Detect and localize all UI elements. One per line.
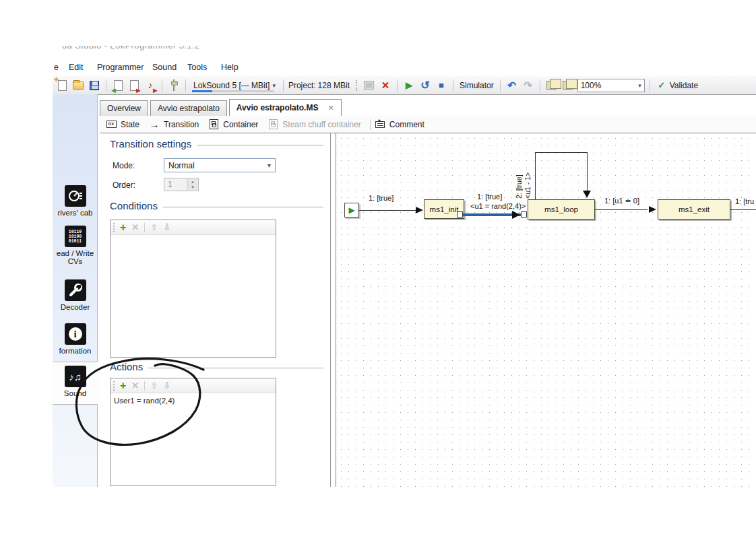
- palette-comment-button[interactable]: Comment: [389, 120, 424, 129]
- actions-list[interactable]: + ✕ ⇧ ⇩ User1 = rand(2,4): [110, 378, 276, 486]
- move-action-up-icon: ⇧: [150, 380, 158, 391]
- window-title: ua Studio - LokProgrammer 5.1.2: [62, 46, 200, 53]
- wrench-icon: [65, 279, 86, 301]
- self-loop-label[interactable]: 2: [true] <u1 - 1>: [515, 147, 532, 199]
- transition-label-3[interactable]: 1: [u1 ≐ 0]: [604, 197, 639, 205]
- transition-label-2b[interactable]: <u1 = rand(2,4)>: [470, 202, 526, 210]
- order-spinner: 1 ▲▼: [164, 178, 199, 191]
- tab-avvio-estrapolato-ms[interactable]: Avvio estrapolato.MS ✕: [229, 99, 342, 116]
- arrowhead-1: [416, 207, 423, 213]
- menu-help[interactable]: Help: [221, 63, 239, 72]
- save-file-icon[interactable]: [88, 79, 101, 92]
- transition-line-3[interactable]: [595, 209, 648, 210]
- transition-label-2a[interactable]: 1: [true]: [477, 193, 502, 201]
- undo-icon[interactable]: ↶: [505, 79, 519, 92]
- write-decoder-icon: [363, 79, 376, 92]
- spinner-buttons: ▲▼: [187, 179, 197, 190]
- info-icon: i: [65, 323, 86, 345]
- sidebar-item-drivers-cab[interactable]: rivers' cab: [53, 185, 98, 217]
- menu-programmer[interactable]: Programmer: [97, 63, 144, 72]
- transition-line-4[interactable]: [730, 209, 756, 210]
- run-icon[interactable]: ▶: [402, 79, 416, 92]
- reset-icon[interactable]: ↺: [418, 79, 432, 92]
- diagram-canvas[interactable]: ▶ 1: [true] ms1_init 1: [true] <u1 = ran…: [336, 133, 756, 487]
- conditions-header: Conditions: [110, 200, 323, 211]
- action-list-item[interactable]: User1 = rand(2,4): [111, 393, 276, 408]
- transition-line-1[interactable]: [359, 210, 417, 211]
- palette-state-button[interactable]: State: [121, 120, 139, 129]
- device-dropdown[interactable]: LokSound 5 [--- MBit] ▾: [189, 79, 280, 92]
- start-play-icon: ▶: [348, 206, 354, 214]
- mode-label: Mode:: [113, 161, 135, 170]
- import-icon[interactable]: ◄: [111, 79, 125, 92]
- transition-arrow-icon: →: [148, 119, 160, 130]
- export-icon[interactable]: ►: [127, 79, 141, 92]
- sidebar-item-decoder[interactable]: Decoder: [53, 279, 98, 311]
- zoom-fit-icon[interactable]: [545, 79, 559, 92]
- actions-header: Actions: [110, 361, 323, 372]
- transition-label-1[interactable]: 1: [true]: [369, 194, 393, 202]
- palette-steam-chuff-button: Steam chuff container: [282, 120, 361, 129]
- close-tab-icon[interactable]: ✕: [327, 104, 334, 112]
- navigation-sidebar: rivers' cab 101101010001011 ead / Write …: [53, 94, 98, 487]
- editor-content: Transition settings Mode: Normal▾ Order:…: [100, 133, 756, 487]
- music-notes-icon: ♪♫: [65, 366, 86, 387]
- sidebar-item-sound[interactable]: ♪♫ Sound: [53, 366, 98, 397]
- programmer-device-icon[interactable]: [167, 79, 181, 92]
- project-label: Project:: [288, 81, 316, 90]
- delete-condition-icon: ✕: [131, 222, 139, 232]
- tab-avvio-estrapolato[interactable]: Avvio estrapolato: [150, 100, 227, 116]
- actions-toolbar: + ✕ ⇧ ⇩: [111, 378, 276, 393]
- connection-progress: [192, 90, 274, 92]
- self-loop-right[interactable]: [587, 152, 588, 191]
- cancel-icon[interactable]: ✕: [379, 79, 392, 92]
- open-file-icon[interactable]: [71, 79, 85, 92]
- palette-container-button[interactable]: Container: [223, 120, 258, 129]
- menu-tools[interactable]: Tools: [187, 63, 207, 72]
- binary-icon: 101101010001011: [65, 226, 86, 247]
- conditions-toolbar: + ✕ ⇧ ⇩: [111, 220, 276, 235]
- sidebar-item-information[interactable]: i formation: [53, 323, 98, 355]
- self-loop-top[interactable]: [535, 152, 587, 153]
- zoom-page-icon[interactable]: [561, 79, 575, 92]
- tab-strip: Overview Avvio estrapolato Avvio estrapo…: [100, 99, 344, 116]
- container-icon: [208, 119, 220, 130]
- palette-toolbar: DX State → Transition Container Steam ch…: [100, 116, 756, 133]
- move-condition-down-icon: ⇩: [163, 222, 170, 232]
- simulator-button[interactable]: Simulator: [460, 81, 494, 90]
- state-icon: DX: [105, 119, 117, 130]
- main-toolbar: ✦ ◄ ► ♪► LokSound 5 [--- MBit] ▾ Project…: [53, 76, 756, 95]
- validate-button[interactable]: Validate: [670, 81, 698, 90]
- zoom-level-combo[interactable]: 100% ▾: [577, 79, 645, 92]
- validate-check-icon: ✓: [655, 79, 668, 92]
- project-size-value: 128 MBit: [318, 81, 350, 90]
- delete-action-icon: ✕: [131, 380, 139, 391]
- transition-settings-header: Transition settings: [110, 138, 323, 149]
- selected-arrowhead: [512, 211, 520, 219]
- export-sound-icon[interactable]: ♪►: [144, 79, 157, 92]
- move-action-down-icon: ⇩: [163, 380, 170, 391]
- transition-handle-start[interactable]: [457, 211, 463, 218]
- tab-overview[interactable]: Overview: [100, 100, 148, 116]
- new-file-icon[interactable]: ✦: [55, 79, 69, 92]
- menu-sound[interactable]: Sound: [152, 63, 177, 72]
- menu-file[interactable]: e: [54, 63, 59, 72]
- palette-transition-button[interactable]: Transition: [164, 120, 199, 129]
- start-node[interactable]: ▶: [344, 203, 359, 218]
- state-node-ms1-loop[interactable]: ms1_loop: [528, 199, 595, 220]
- state-node-ms1-exit[interactable]: ms1_exit: [658, 199, 730, 220]
- self-loop-left[interactable]: [535, 152, 536, 199]
- transition-label-4[interactable]: 1: [tru: [735, 197, 754, 205]
- mode-combobox[interactable]: Normal▾: [164, 158, 276, 172]
- app-window: ua Studio - LokProgrammer 5.1.2 e Edit P…: [53, 46, 756, 487]
- arrowhead-3: [649, 206, 656, 213]
- sidebar-item-read-write-cvs[interactable]: 101101010001011 ead / Write CVs: [53, 226, 98, 265]
- add-action-icon[interactable]: +: [120, 380, 126, 392]
- menu-edit[interactable]: Edit: [69, 63, 84, 72]
- stop-icon[interactable]: ■: [435, 79, 448, 92]
- conditions-list[interactable]: + ✕ ⇧ ⇩: [110, 220, 276, 358]
- properties-panel: Transition settings Mode: Normal▾ Order:…: [102, 133, 331, 487]
- transition-handle-end[interactable]: [521, 211, 527, 218]
- menu-bar: e Edit Programmer Sound Tools Help: [53, 61, 756, 75]
- add-condition-icon[interactable]: +: [120, 222, 126, 234]
